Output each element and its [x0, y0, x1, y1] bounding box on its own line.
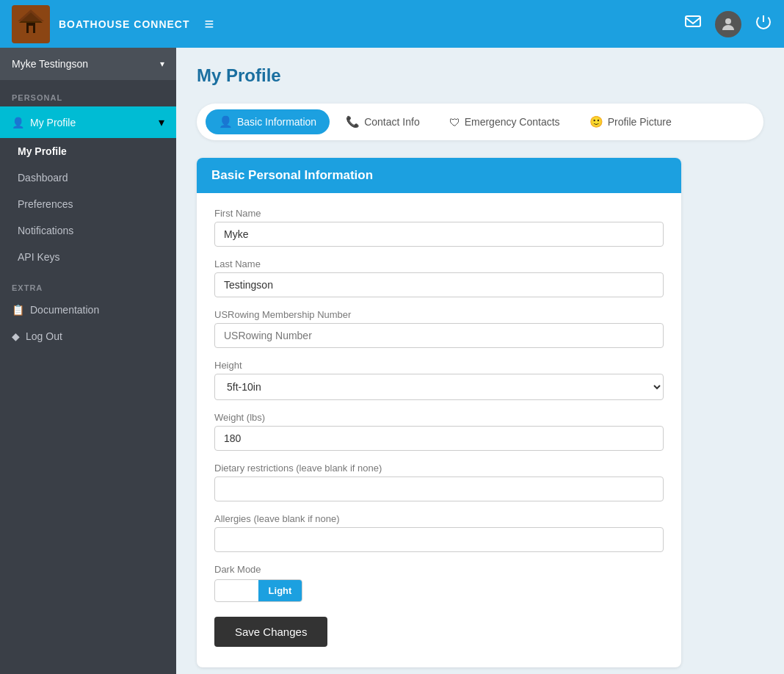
- svg-rect-5: [686, 16, 700, 26]
- usrowing-group: USRowing Membership Number: [214, 309, 664, 348]
- weight-group: Weight (lbs): [214, 412, 664, 451]
- first-name-group: First Name: [214, 208, 664, 247]
- weight-label: Weight (lbs): [214, 412, 664, 423]
- profile-tabs: 👤 Basic Information 📞 Contact Info 🛡 Eme…: [197, 104, 763, 140]
- height-label: Height: [214, 360, 664, 371]
- dietary-group: Dietary restrictions (leave blank if non…: [214, 463, 664, 501]
- dark-mode-label: Dark Mode: [214, 564, 664, 575]
- main-content: My Profile 👤 Basic Information 📞 Contact…: [176, 48, 784, 674]
- first-name-label: First Name: [214, 208, 664, 219]
- sidebar-personal-label: PERSONAL: [0, 80, 176, 106]
- allergies-input[interactable]: [214, 527, 664, 552]
- dark-mode-group: Dark Mode Light: [214, 564, 664, 602]
- sidebar-item-my-profile-active[interactable]: 👤 My Profile ▾: [0, 106, 176, 138]
- sidebar: Myke Testingson ▾ PERSONAL 👤 My Profile …: [0, 48, 176, 674]
- message-icon[interactable]: [684, 13, 702, 35]
- main-layout: Myke Testingson ▾ PERSONAL 👤 My Profile …: [0, 48, 784, 674]
- save-changes-button[interactable]: Save Changes: [214, 617, 327, 647]
- sidebar-extra-label: EXTRA: [0, 270, 176, 297]
- sidebar-item-logout[interactable]: ◆ Log Out: [0, 323, 176, 349]
- active-item-label: My Profile: [30, 117, 76, 128]
- clipboard-icon: 📋: [12, 304, 24, 316]
- active-item-chevron: ▾: [159, 115, 164, 129]
- sidebar-sub-item-api-keys[interactable]: API Keys: [0, 244, 176, 270]
- hamburger-icon[interactable]: ≡: [205, 15, 214, 34]
- top-navigation: BOATHOUSE CONNECT ≡: [0, 0, 784, 48]
- sidebar-item-documentation[interactable]: 📋 Documentation: [0, 297, 176, 323]
- height-select[interactable]: 5ft-0in 5ft-1in 5ft-2in 5ft-3in 5ft-4in …: [214, 374, 664, 400]
- svg-point-6: [725, 18, 731, 24]
- allergies-group: Allergies (leave blank if none): [214, 513, 664, 552]
- logo: [12, 5, 50, 43]
- diamond-icon: ◆: [12, 330, 20, 342]
- tab-profile-picture[interactable]: 🙂 Profile Picture: [576, 109, 685, 134]
- shield-tab-icon: 🛡: [449, 116, 460, 128]
- usrowing-label: USRowing Membership Number: [214, 309, 664, 320]
- person-icon: 👤: [12, 117, 24, 128]
- dietary-label: Dietary restrictions (leave blank if non…: [214, 463, 664, 474]
- sidebar-sub-item-notifications[interactable]: Notifications: [0, 217, 176, 244]
- sidebar-sub-item-dashboard[interactable]: Dashboard: [0, 164, 176, 191]
- toggle-off-option[interactable]: [215, 586, 258, 596]
- user-avatar[interactable]: [715, 11, 741, 37]
- brand-name: BOATHOUSE CONNECT: [59, 18, 190, 30]
- topnav-right: [684, 11, 772, 37]
- sidebar-sub-item-preferences[interactable]: Preferences: [0, 191, 176, 217]
- last-name-group: Last Name: [214, 258, 664, 297]
- topnav-left: BOATHOUSE CONNECT ≡: [12, 5, 214, 43]
- form-card-header: Basic Personal Information: [197, 158, 681, 193]
- allergies-label: Allergies (leave blank if none): [214, 513, 664, 524]
- last-name-label: Last Name: [214, 258, 664, 269]
- weight-input[interactable]: [214, 426, 664, 451]
- svg-rect-3: [29, 26, 33, 33]
- usrowing-input[interactable]: [214, 323, 664, 348]
- page-title: My Profile: [197, 65, 763, 86]
- height-group: Height 5ft-0in 5ft-1in 5ft-2in 5ft-3in 5…: [214, 360, 664, 400]
- sidebar-chevron-icon: ▾: [160, 59, 164, 69]
- first-name-input[interactable]: [214, 222, 664, 247]
- person-tab-icon: 👤: [219, 115, 233, 128]
- dark-mode-toggle[interactable]: Light: [214, 579, 302, 602]
- basic-info-card: Basic Personal Information First Name La…: [197, 158, 681, 667]
- face-tab-icon: 🙂: [589, 115, 603, 128]
- tab-emergency-contacts[interactable]: 🛡 Emergency Contacts: [436, 110, 573, 134]
- form-card-body: First Name Last Name USRowing Membership…: [197, 193, 681, 667]
- sidebar-sub-item-my-profile[interactable]: My Profile: [0, 138, 176, 164]
- tab-basic-information[interactable]: 👤 Basic Information: [206, 109, 330, 134]
- toggle-on-option[interactable]: Light: [258, 580, 302, 601]
- sidebar-user-name: Myke Testingson: [12, 58, 88, 70]
- last-name-input[interactable]: [214, 272, 664, 297]
- power-icon[interactable]: [755, 13, 772, 35]
- tab-contact-info[interactable]: 📞 Contact Info: [333, 109, 433, 134]
- phone-tab-icon: 📞: [346, 115, 360, 128]
- dietary-input[interactable]: [214, 476, 664, 501]
- sidebar-user[interactable]: Myke Testingson ▾: [0, 48, 176, 80]
